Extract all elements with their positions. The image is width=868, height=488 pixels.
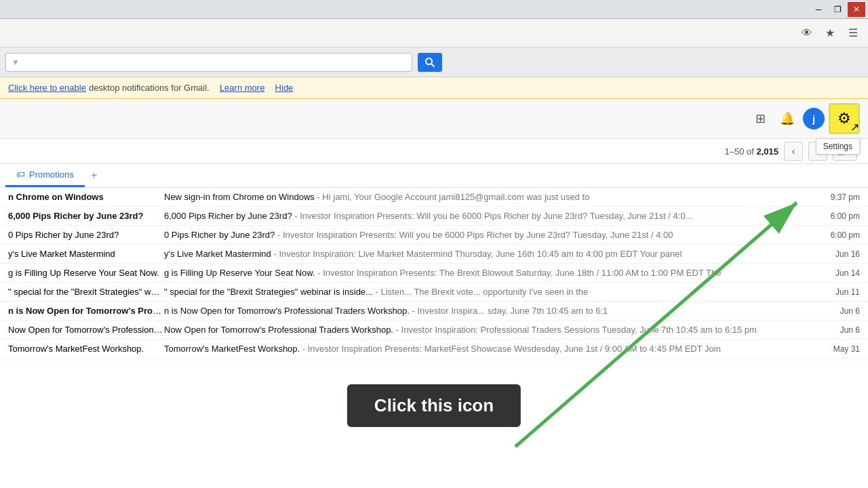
email-time: 6:00 pm <box>812 230 860 240</box>
notification-text: desktop notifications for Gmail. <box>89 83 210 93</box>
email-sender: Now Open for Tomorrow's Professional Tra… <box>8 325 164 335</box>
notifications-icon[interactable]: 🔔 <box>776 107 799 130</box>
menu-icon[interactable]: ☰ <box>844 24 863 43</box>
topbar-icons: ⊞ 🔔 j ⚙ ↗ Settings <box>749 103 860 134</box>
email-sender: 0 Pips Richer by June 23rd? <box>8 230 164 240</box>
email-sender: y's Live Market Mastermind <box>8 249 164 259</box>
window-restore-btn[interactable]: ❐ <box>829 2 846 17</box>
pagination-total: 2,015 <box>756 146 778 157</box>
bookmark-icon[interactable]: ★ <box>821 24 840 43</box>
settings-gear-button[interactable]: ⚙ ↗ <box>829 103 860 134</box>
email-body: n is Now Open for Tomorrow's Professiona… <box>164 306 812 316</box>
address-bar[interactable]: ▼ <box>5 53 412 72</box>
email-sender: " special for the "Brexit Strategies" we… <box>8 287 164 297</box>
pagination-prev-button[interactable]: ‹ <box>784 142 803 161</box>
email-body: y's Live Market Mastermind - Investor In… <box>164 249 812 259</box>
email-time: Jun 11 <box>812 287 860 297</box>
email-body: g is Filling Up Reserve Your Seat Now. -… <box>164 268 812 278</box>
email-time: May 31 <box>812 344 860 354</box>
pagination-row: 1–50 of 2,015 ‹ › ▦ ▼ <box>0 139 868 164</box>
address-bar-row: ▼ <box>0 47 868 77</box>
browser-toolbar: 👁 ★ ☰ <box>0 19 868 47</box>
email-sender: n is Now Open for Tomorrow's Professiona… <box>8 306 164 316</box>
email-body: " special for the "Brexit Strategies" we… <box>164 287 812 297</box>
gmail-topbar: ⊞ 🔔 j ⚙ ↗ Settings <box>0 99 868 139</box>
table-row[interactable]: n Chrome on Windows New sign-in from Chr… <box>0 188 868 207</box>
window-close-btn[interactable]: ✕ <box>848 2 865 17</box>
email-time: Jun 16 <box>812 249 860 259</box>
email-time: Jun 6 <box>812 306 860 316</box>
pagination-current: 1–50 of <box>724 146 756 157</box>
email-sender: g is Filling Up Reserve Your Seat Now. <box>8 268 164 278</box>
promotions-tab-label: Promotions <box>29 169 74 180</box>
table-row[interactable]: 0 Pips Richer by June 23rd? 0 Pips Riche… <box>0 226 868 245</box>
settings-gear-wrapper: ⚙ ↗ Settings <box>829 103 860 134</box>
table-row[interactable]: n is Now Open for Tomorrow's Professiona… <box>0 302 868 321</box>
email-list: n Chrome on Windows New sign-in from Chr… <box>0 188 868 488</box>
notification-bar: Click here to enable desktop notificatio… <box>0 77 868 99</box>
email-time: 9:37 pm <box>812 192 860 202</box>
click-icon-tooltip: Click this icon <box>347 384 521 427</box>
hide-link[interactable]: Hide <box>275 83 294 93</box>
table-row[interactable]: " special for the "Brexit Strategies" we… <box>0 283 868 302</box>
apps-icon[interactable]: ⊞ <box>749 107 772 130</box>
email-body: New sign-in from Chrome on Windows - Hi … <box>164 192 812 202</box>
table-row[interactable]: y's Live Market Mastermind y's Live Mark… <box>0 245 868 264</box>
gmail-container: Click here to enable desktop notificatio… <box>0 77 868 488</box>
table-row[interactable]: Tomorrow's MarketFest Workshop. Tomorrow… <box>0 340 868 359</box>
search-button[interactable] <box>418 53 442 72</box>
window-minimize-btn[interactable]: ─ <box>810 2 827 17</box>
window-chrome: ─ ❐ ✕ <box>0 0 868 19</box>
email-body: 0 Pips Richer by June 23rd? - Investor I… <box>164 230 812 240</box>
reader-mode-icon[interactable]: 👁 <box>797 24 816 43</box>
table-row[interactable]: Now Open for Tomorrow's Professional Tra… <box>0 321 868 340</box>
email-sender: 6,000 Pips Richer by June 23rd? <box>8 211 164 221</box>
email-body: Now Open for Tomorrow's Professional Tra… <box>164 325 812 335</box>
email-sender: Tomorrow's MarketFest Workshop. <box>8 344 164 354</box>
email-body: 6,000 Pips Richer by June 23rd? - Invest… <box>164 211 812 221</box>
email-sender: n Chrome on Windows <box>8 192 164 202</box>
svg-line-1 <box>431 64 434 66</box>
email-body: Tomorrow's MarketFest Workshop. - Invest… <box>164 344 812 354</box>
enable-notifications-link[interactable]: Click here to enable <box>8 83 86 93</box>
add-tab-button[interactable]: + <box>85 166 104 185</box>
tabs-row: 🏷 Promotions + <box>0 164 868 188</box>
table-row[interactable]: g is Filling Up Reserve Your Seat Now. g… <box>0 264 868 283</box>
learn-more-link[interactable]: Learn more <box>220 83 264 93</box>
avatar[interactable]: j <box>803 108 825 129</box>
email-time: Jun 14 <box>812 268 860 278</box>
promotions-tab-icon: 🏷 <box>16 169 25 180</box>
tab-promotions[interactable]: 🏷 Promotions <box>5 164 85 187</box>
email-time: Jun 6 <box>812 325 860 335</box>
email-time: 6:00 pm <box>812 211 860 221</box>
pagination-text: 1–50 of 2,015 <box>724 146 778 157</box>
settings-tooltip: Settings <box>816 138 860 155</box>
table-row[interactable]: 6,000 Pips Richer by June 23rd? 6,000 Pi… <box>0 207 868 226</box>
